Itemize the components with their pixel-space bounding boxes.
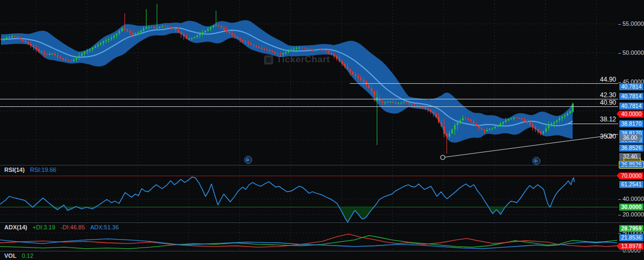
vol-title: VOL bbox=[4, 252, 17, 259]
dividend-marker[interactable]: D bbox=[244, 156, 252, 164]
trendline-handle[interactable] bbox=[441, 155, 445, 160]
rsi-line bbox=[0, 177, 574, 222]
chart-canvas[interactable] bbox=[0, 0, 644, 260]
adx-header: ADX(14) +DI:3.19 -DI:46.85 ADX:51.36 bbox=[4, 224, 119, 230]
trendline-handle[interactable] bbox=[607, 134, 611, 138]
adx-value: ADX:51.36 bbox=[90, 224, 119, 230]
rsi-value: RSI:19.66 bbox=[30, 167, 56, 173]
trading-chart-app: TickerChart RSI(14) RSI:19.66 ADX(14) +D… bbox=[0, 0, 644, 260]
watermark: TickerChart bbox=[264, 54, 330, 65]
adx-series-adx bbox=[0, 239, 617, 249]
vol-header: VOL 0.12 bbox=[4, 252, 33, 259]
vol-value: 0.12 bbox=[22, 252, 33, 259]
rsi-header: RSI(14) RSI:19.66 bbox=[4, 167, 56, 173]
dividend-marker-glyph: D bbox=[246, 157, 250, 162]
adx-minus-di-value: -DI:46.85 bbox=[61, 224, 85, 230]
rsi-title: RSI(14) bbox=[4, 167, 25, 173]
tickerchart-logo-icon bbox=[264, 55, 273, 64]
adx-title: ADX(14) bbox=[4, 224, 27, 230]
panel-separator[interactable] bbox=[0, 222, 644, 223]
panel-separator[interactable] bbox=[0, 165, 644, 165]
panel-separator[interactable] bbox=[0, 251, 644, 251]
watermark-text: TickerChart bbox=[276, 54, 330, 65]
dividend-marker[interactable]: D bbox=[532, 157, 540, 165]
dividend-marker-glyph: D bbox=[535, 158, 538, 163]
adx-plus-di-value: +DI:3.19 bbox=[33, 224, 55, 230]
